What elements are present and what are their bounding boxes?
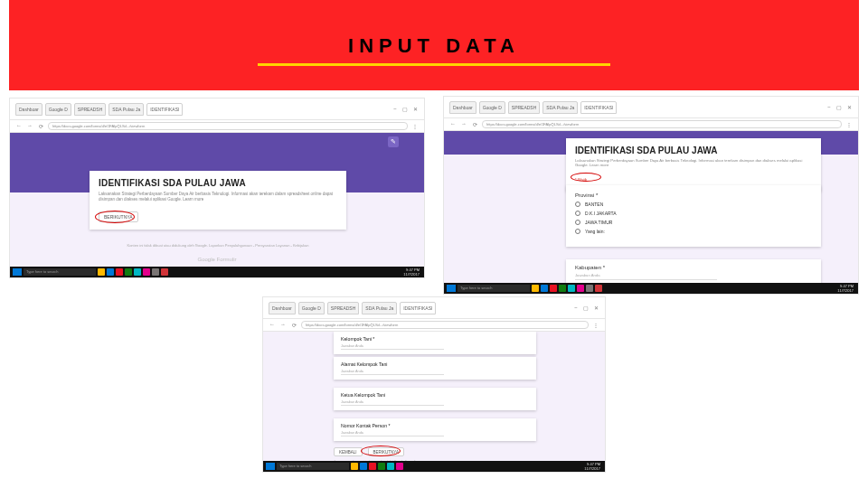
nav-forward-icon[interactable]: → xyxy=(279,322,287,329)
radio-options: BANTEN D.K.I JAKARTA JAWA TIMUR Yang lai… xyxy=(575,202,812,234)
taskbar-app-icon[interactable] xyxy=(107,268,114,276)
nav-button-row: KEMBALI BERIKUTNYA xyxy=(334,447,404,456)
nav-forward-icon[interactable]: → xyxy=(460,121,467,128)
start-button-icon[interactable] xyxy=(447,285,456,292)
nav-back-icon[interactable]: ← xyxy=(449,121,457,128)
nav-forward-icon[interactable]: → xyxy=(26,123,33,130)
option-label: D.K.I JAKARTA xyxy=(585,211,617,216)
taskbar-search[interactable]: Type here to search xyxy=(24,268,96,276)
nav-reload-icon[interactable]: ⟳ xyxy=(290,322,297,329)
text-input[interactable]: Jawaban Anda xyxy=(341,431,444,436)
radio-option[interactable]: BANTEN xyxy=(575,202,812,207)
window-maximize-icon[interactable]: ▢ xyxy=(401,106,409,113)
browser-menu-icon[interactable]: ⋮ xyxy=(411,123,419,130)
window-close-icon[interactable]: ✕ xyxy=(845,104,853,111)
taskbar-app-icon[interactable] xyxy=(568,285,575,292)
browser-tab[interactable]: Google D xyxy=(45,103,71,116)
taskbar-app-icon[interactable] xyxy=(532,285,539,292)
window-close-icon[interactable]: ✕ xyxy=(411,106,419,113)
window-minimize-icon[interactable]: − xyxy=(826,104,833,111)
window-maximize-icon[interactable]: ▢ xyxy=(835,104,843,111)
text-input[interactable]: Jawaban Anda xyxy=(575,273,717,280)
question-card: Ketua Kelompok Tani Jawaban Anda xyxy=(334,388,536,410)
taskbar-app-icon[interactable] xyxy=(360,463,367,470)
radio-icon xyxy=(575,211,580,216)
taskbar-app-icon[interactable] xyxy=(116,268,123,276)
radio-option[interactable]: Yang lain: xyxy=(575,229,812,234)
screenshot-form-start: Dashboar Google D SPREADSH SDA Pulau Ja … xyxy=(9,98,425,278)
browser-tabbar: Dashboar Google D SPREADSH SDA Pulau Ja … xyxy=(10,99,424,120)
text-input[interactable]: Jawaban Anda xyxy=(341,344,444,350)
windows-taskbar: Type here to search 9:47 PM11/7/2017 xyxy=(10,267,424,277)
nav-back-icon[interactable]: ← xyxy=(269,322,276,329)
taskbar-app-icon[interactable] xyxy=(369,463,376,470)
taskbar-app-icon[interactable] xyxy=(559,285,566,292)
taskbar-app-icon[interactable] xyxy=(152,268,159,276)
browser-tab[interactable]: Google D xyxy=(298,302,325,314)
start-button-icon[interactable] xyxy=(266,463,275,470)
window-minimize-icon[interactable]: − xyxy=(392,106,399,113)
browser-tab[interactable]: Dashboar xyxy=(449,101,476,114)
browser-tab[interactable]: SDA Pulau Ja xyxy=(108,103,144,116)
browser-tab-active[interactable]: IDENTIFIKASI xyxy=(400,302,436,314)
next-button[interactable]: BERIKUTNYA xyxy=(99,211,138,222)
taskbar-app-icon[interactable] xyxy=(134,268,141,276)
taskbar-app-icon[interactable] xyxy=(378,463,385,470)
radio-option[interactable]: D.K.I JAKARTA xyxy=(575,211,812,216)
taskbar-search[interactable]: Type here to search xyxy=(458,285,530,292)
browser-tab[interactable]: Dashboar xyxy=(269,302,296,314)
text-input[interactable]: Jawaban Anda xyxy=(341,370,444,375)
taskbar-app-icon[interactable] xyxy=(98,268,105,276)
taskbar-app-icon[interactable] xyxy=(351,463,358,470)
start-button-icon[interactable] xyxy=(13,268,22,276)
text-input[interactable]: Jawaban Anda xyxy=(341,400,444,406)
form-edit-icon[interactable]: ✎ xyxy=(388,136,399,147)
nav-reload-icon[interactable]: ⟳ xyxy=(37,123,44,130)
taskbar-app-icon[interactable] xyxy=(541,285,548,292)
taskbar-clock: 9:47 PM11/7/2017 xyxy=(403,267,421,277)
taskbar-app-icon[interactable] xyxy=(577,285,584,292)
taskbar-search[interactable]: Type here to search xyxy=(277,463,349,470)
nav-reload-icon[interactable]: ⟳ xyxy=(471,121,478,128)
taskbar-app-icon[interactable] xyxy=(387,463,394,470)
question-label: Ketua Kelompok Tani xyxy=(341,392,529,398)
window-close-icon[interactable]: ✕ xyxy=(592,305,599,312)
browser-tabbar: Dashboar Google D SPREADSH SDA Pulau Ja … xyxy=(263,297,605,319)
form-description: Laksanakan Strategi Perberdayaan Sumber … xyxy=(99,192,337,202)
browser-tab[interactable]: SDA Pulau Ja xyxy=(362,302,397,314)
nav-back-icon[interactable]: ← xyxy=(15,123,23,130)
radio-option[interactable]: JAWA TIMUR xyxy=(575,220,812,225)
next-button[interactable]: BERIKUTNYA xyxy=(368,447,404,456)
url-input[interactable]: https://docs.google.com/forms/d/e/1FAIpQ… xyxy=(482,120,842,128)
question-label: Kelompok Tani * xyxy=(341,336,529,342)
taskbar-app-icon[interactable] xyxy=(143,268,150,276)
taskbar-app-icon[interactable] xyxy=(161,268,168,276)
browser-tab-active[interactable]: IDENTIFIKASI xyxy=(146,103,183,116)
form-body: Kelompok Tani * Jawaban Anda Alamat Kelo… xyxy=(263,332,605,461)
taskbar-app-icon[interactable] xyxy=(595,285,602,292)
back-button[interactable]: KEMBALI xyxy=(334,447,363,456)
browser-menu-icon[interactable]: ⋮ xyxy=(592,322,599,329)
browser-tab[interactable]: Dashboar xyxy=(15,103,42,116)
taskbar-app-icon[interactable] xyxy=(125,268,132,276)
slide-title: INPUT DATA xyxy=(258,34,610,66)
question-card: Alamat Kelompok Tani Jawaban Anda xyxy=(334,357,536,380)
browser-tab[interactable]: SDA Pulau Ja xyxy=(542,101,578,114)
browser-tab[interactable]: SPREADSH xyxy=(508,101,541,114)
browser-tab[interactable]: Google D xyxy=(479,101,505,114)
browser-tab[interactable]: SPREADSH xyxy=(327,302,360,314)
google-forms-brand: Google Formulir xyxy=(10,257,424,262)
browser-menu-icon[interactable]: ⋮ xyxy=(845,121,853,128)
browser-tab[interactable]: SPREADSH xyxy=(74,103,107,116)
window-minimize-icon[interactable]: − xyxy=(572,305,580,312)
taskbar-app-icon[interactable] xyxy=(550,285,557,292)
browser-urlbar-row: ← → ⟳ https://docs.google.com/forms/d/e/… xyxy=(263,319,605,332)
browser-tab-active[interactable]: IDENTIFIKASI xyxy=(580,101,617,114)
window-maximize-icon[interactable]: ▢ xyxy=(582,305,590,312)
required-indicator: * Wajib xyxy=(575,177,587,182)
radio-icon xyxy=(575,202,580,207)
taskbar-app-icon[interactable] xyxy=(396,463,403,470)
url-input[interactable]: https://docs.google.com/forms/d/e/1FAIpQ… xyxy=(48,122,408,130)
url-input[interactable]: https://docs.google.com/forms/d/e/1FAIpQ… xyxy=(301,321,589,329)
taskbar-app-icon[interactable] xyxy=(586,285,593,292)
